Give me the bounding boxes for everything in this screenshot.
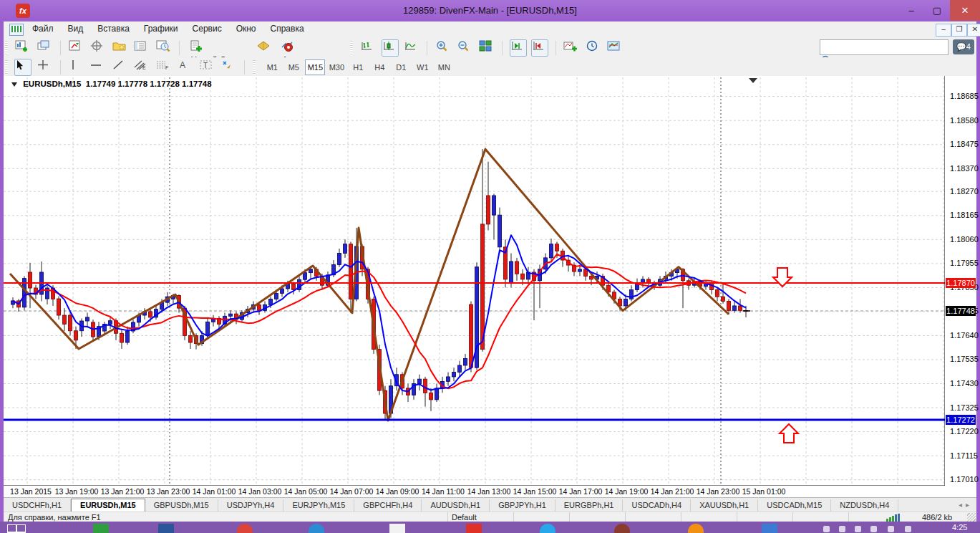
- taskbar-icon-store[interactable]: [93, 524, 109, 533]
- mdi-restore-button[interactable]: ❐: [951, 24, 967, 37]
- timeframe-m15[interactable]: M15: [305, 59, 325, 75]
- chart-tab-usdchfh-h1[interactable]: USDCHFh,H1: [4, 499, 71, 512]
- price-axis-label: 1.17115: [950, 451, 980, 460]
- tray-icon[interactable]: [823, 526, 830, 532]
- chart-tab-eurgbph-h1[interactable]: EURGBPh,H1: [556, 499, 624, 512]
- start-button[interactable]: [7, 524, 24, 533]
- templates-button[interactable]: [606, 39, 624, 57]
- price-chart[interactable]: [4, 76, 945, 486]
- line-chart-button[interactable]: [403, 39, 420, 57]
- menu-item-window[interactable]: Окно: [229, 21, 263, 36]
- resize-grip[interactable]: [967, 513, 976, 522]
- window-close-button[interactable]: ✕: [950, 0, 980, 21]
- chart-tab-gbpchfh-h4[interactable]: GBPCHFh,H4: [354, 499, 422, 512]
- toolbar-grip[interactable]: [5, 41, 8, 55]
- chart-tab-usdjpyh-h4[interactable]: USDJPYh,H4: [218, 499, 284, 512]
- mdi-minimize-button[interactable]: –: [936, 24, 951, 37]
- zoom-out-button[interactable]: [456, 39, 473, 57]
- text-label-tool-button[interactable]: T: [199, 59, 216, 76]
- menu-item-file[interactable]: Файл: [25, 21, 61, 36]
- chart-tab-nzdusdh-h4[interactable]: NZDUSDh,H4: [831, 499, 898, 512]
- equidistant-channel-tool-button[interactable]: E: [133, 59, 150, 76]
- indicators-icon: [563, 40, 578, 52]
- collapse-triangle-icon[interactable]: [11, 82, 17, 87]
- chart-tab-usdcadh-h4[interactable]: USDCADh,H4: [623, 499, 691, 512]
- menu-item-service[interactable]: Сервис: [185, 21, 229, 36]
- title-bar: fx 129859: DivenFX-Main - [EURUSDh,M15] …: [0, 0, 980, 21]
- profiles-button[interactable]: [37, 39, 54, 57]
- timeframe-m5[interactable]: M5: [283, 59, 304, 75]
- arrows-tool-button[interactable]: [220, 59, 238, 76]
- tray-icon[interactable]: [905, 526, 911, 532]
- navigator-button[interactable]: [112, 39, 129, 57]
- timeframe-w1[interactable]: W1: [412, 59, 432, 75]
- menu-item-help[interactable]: Справка: [263, 21, 311, 36]
- text-tool-button[interactable]: A: [177, 59, 194, 76]
- market-watch-button[interactable]: [68, 39, 85, 57]
- chart-tab-usdcadh-m15[interactable]: USDCADh,M15: [758, 499, 831, 512]
- auto-scroll-button[interactable]: [510, 39, 527, 57]
- terminal-button[interactable]: [133, 39, 150, 57]
- chart-tab-xauusdh-h1[interactable]: XAUUSDh,H1: [691, 499, 758, 512]
- tray-icon[interactable]: [888, 526, 894, 532]
- taskbar-icon-yandex[interactable]: [466, 524, 482, 533]
- taskbar-icon-onedrive[interactable]: [309, 524, 324, 533]
- fibonacci-tool-button[interactable]: F: [155, 59, 173, 76]
- tray-icon[interactable]: [870, 526, 877, 532]
- timeframe-m30[interactable]: M30: [326, 59, 346, 75]
- timeframe-mn[interactable]: MN: [434, 59, 454, 75]
- price-axis[interactable]: 1.186851.185801.184751.183701.182701.181…: [945, 76, 976, 486]
- data-window-button[interactable]: [89, 39, 107, 57]
- menu-item-insert[interactable]: Вставка: [90, 21, 137, 36]
- chart-window-icon[interactable]: [9, 24, 24, 36]
- crosshair-tool-button[interactable]: [37, 59, 54, 76]
- taskbar-icon-amigo[interactable]: [389, 524, 405, 533]
- taskbar-icon-skype[interactable]: [540, 524, 556, 533]
- chart-shift-button[interactable]: [531, 39, 548, 57]
- tray-icon[interactable]: [855, 526, 861, 532]
- chart-tab-eurjpyh-m15[interactable]: EURJPYh,M15: [283, 499, 354, 512]
- taskbar-icon-explorer[interactable]: [762, 524, 777, 533]
- chart-tab-gbpjpyh-h1[interactable]: GBPJPYh,H1: [490, 499, 556, 512]
- timeframe-h4[interactable]: H4: [369, 59, 389, 75]
- chart-tab-gbpusdh-m15[interactable]: GBPUSDh,M15: [145, 499, 218, 512]
- horizontal-line-tool-button[interactable]: [89, 59, 107, 76]
- taskbar-icon-word[interactable]: [158, 524, 174, 533]
- svg-text:T: T: [203, 62, 208, 69]
- bars-chart-button[interactable]: [359, 39, 377, 57]
- new-chart-button[interactable]: [14, 39, 31, 57]
- indicators-button[interactable]: [563, 39, 580, 57]
- taskbar-icon-app-orange[interactable]: [688, 524, 704, 533]
- mdi-close-button[interactable]: ✕: [967, 24, 980, 37]
- zoom-in-button[interactable]: [435, 39, 452, 57]
- toolbar-grip[interactable]: [253, 60, 256, 75]
- new-order-button[interactable]: Новый Ордер: [187, 39, 251, 57]
- tray-icon[interactable]: [839, 526, 845, 532]
- window-minimize-button[interactable]: –: [898, 0, 924, 21]
- chart-tab-eurusdh-m15[interactable]: EURUSDh,M15: [71, 499, 145, 512]
- taskbar-icon-chrome[interactable]: [237, 524, 253, 533]
- autotrade-button[interactable]: Авто-торговля: [278, 39, 344, 57]
- toolbar-grip[interactable]: [350, 41, 353, 55]
- menu-item-view[interactable]: Вид: [61, 21, 91, 36]
- timeframe-d1[interactable]: D1: [391, 59, 411, 75]
- periods-button[interactable]: [585, 39, 602, 57]
- search-input[interactable]: [820, 40, 932, 54]
- candlestick-chart-button[interactable]: [382, 39, 399, 57]
- tile-windows-button[interactable]: [478, 39, 495, 57]
- strategy-tester-button[interactable]: [155, 39, 173, 57]
- vertical-line-tool-button[interactable]: [68, 59, 85, 76]
- trendline-tool-button[interactable]: [112, 59, 129, 76]
- menu-item-charts[interactable]: Графики: [137, 21, 185, 36]
- notifications-button[interactable]: 💬4: [953, 39, 974, 54]
- timeframe-m1[interactable]: M1: [262, 59, 282, 75]
- chart-tab-audusdh-h1[interactable]: AUDUSDh,H1: [422, 499, 490, 512]
- toolbar-grip[interactable]: [5, 60, 8, 75]
- window-maximize-button[interactable]: ▢: [924, 0, 950, 21]
- cursor-tool-button[interactable]: [14, 59, 31, 76]
- taskbar-icon-app-red[interactable]: [614, 524, 630, 533]
- metaeditor-button[interactable]: [256, 39, 273, 57]
- tab-scroll-arrows[interactable]: ◂ ▸: [959, 501, 969, 509]
- time-axis[interactable]: 13 Jan 201513 Jan 19:0013 Jan 21:0013 Ja…: [4, 486, 945, 497]
- timeframe-h1[interactable]: H1: [348, 59, 368, 75]
